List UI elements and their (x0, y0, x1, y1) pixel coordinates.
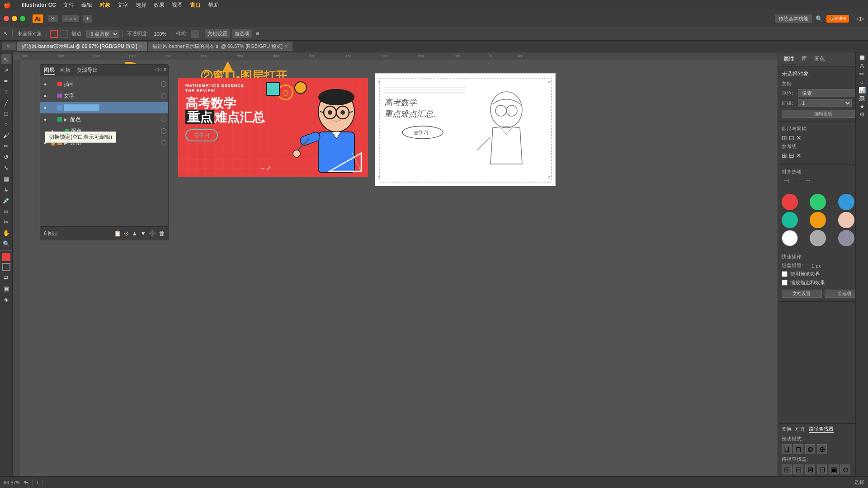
layer-item-colors-expanded[interactable]: ● ▶ 配色 (40, 113, 168, 125)
direct-select-tool[interactable]: ↗ (1, 65, 11, 75)
layer-expand-icon-original[interactable]: ▶ (64, 141, 67, 145)
zoom-tool[interactable]: 🔍 (1, 239, 11, 249)
pf-minus-back-btn[interactable]: ⊖ (840, 465, 850, 474)
doc-settings-toolbar-btn[interactable]: 文档设置 (205, 29, 230, 38)
select-tool-icon[interactable]: ↖ (2, 30, 9, 38)
layer-eye-colors1[interactable]: ● (42, 116, 48, 122)
rp-icon-settings[interactable]: ⚙ (859, 111, 865, 118)
pf-merge-btn[interactable]: ⊠ (805, 465, 815, 474)
shape-intersect-btn[interactable]: ⊗ (805, 444, 815, 454)
tab-close-icon-0[interactable]: ✕ (6, 44, 10, 49)
close-button[interactable] (4, 16, 9, 21)
menu-type[interactable]: 文字 (118, 1, 128, 9)
layer-delete-icon[interactable]: 🗑 (159, 230, 165, 237)
layer-lock-text[interactable] (50, 93, 56, 99)
layer-item-text[interactable]: ● 文字 (40, 90, 168, 102)
rp-align-right[interactable]: ⊣ (803, 177, 812, 184)
menu-effect[interactable]: 效果 (154, 1, 165, 9)
tab-1-close[interactable]: ✕ (139, 44, 142, 49)
panel-tab-assets[interactable]: 资源导出 (76, 66, 98, 74)
rp-bottom-tab-align[interactable]: 对齐 (795, 426, 805, 433)
layer-lock-editing[interactable] (50, 105, 56, 110)
btn-fly[interactable]: ✈ (83, 15, 92, 23)
rp-icon-properties[interactable]: 🔲 (859, 54, 866, 61)
hand-tool[interactable]: ✋ (1, 228, 11, 238)
minimize-button[interactable] (12, 16, 17, 21)
tab-2-close[interactable]: ✕ (284, 44, 288, 49)
maximize-button[interactable] (20, 16, 25, 21)
stroke-color-btn[interactable] (2, 263, 10, 271)
menu-file[interactable]: 文件 (63, 1, 74, 9)
panel-toggle-icon[interactable]: ◁▷ (856, 15, 864, 22)
brush-tool[interactable]: 🖌 (1, 130, 11, 140)
menu-select[interactable]: 选择 (136, 1, 146, 9)
layer-lock-illustration[interactable] (50, 81, 56, 87)
mesh-tool[interactable]: # (1, 184, 11, 194)
line-tool[interactable]: ╱ (1, 98, 11, 108)
ellipse-tool[interactable]: ○ (1, 119, 11, 129)
panel-menu-btn[interactable]: ≡ (164, 66, 166, 72)
swatch-gray[interactable] (810, 230, 826, 246)
layer-item-colors2[interactable]: ● 配色 (40, 125, 168, 137)
pen-tool[interactable]: ✒ (1, 76, 11, 86)
layer-locate-icon[interactable]: ⊙ (124, 230, 129, 237)
pf-divide-btn[interactable]: ⊞ (782, 465, 792, 474)
type-tool[interactable]: T (1, 87, 11, 97)
swatch-green[interactable] (810, 194, 826, 210)
stroke-swatch[interactable] (60, 30, 68, 38)
rp-icon-effects[interactable]: ★ (859, 103, 865, 110)
layer-item-original[interactable]: ● 🔒 ▶ 原图 (40, 137, 168, 149)
shape-unite-btn[interactable]: ⊔ (782, 444, 792, 454)
layer-eye-colors2[interactable]: ● (49, 128, 56, 134)
rect-tool[interactable]: □ (1, 108, 11, 118)
rp-icon-pen[interactable]: ○ (860, 79, 864, 85)
layer-up-icon[interactable]: ▲ (132, 230, 137, 237)
rp-ref-icon-2[interactable]: ⊟ (789, 152, 794, 159)
layer-lock-colors2[interactable] (57, 128, 63, 134)
menu-view[interactable]: 视图 (172, 1, 183, 9)
rp-tab-properties[interactable]: 属性 (782, 54, 796, 64)
btn-st[interactable]: St (48, 15, 58, 22)
fill-swatch[interactable] (50, 30, 58, 38)
menu-object[interactable]: 对象 (99, 1, 110, 9)
swatch-peach[interactable] (838, 212, 854, 228)
layer-eye-original[interactable]: ● (42, 140, 48, 146)
swatch-blue-gray[interactable] (838, 230, 854, 246)
change-screen-mode[interactable]: ▣ (1, 283, 11, 293)
layer-lock-original[interactable]: 🔒 (50, 140, 56, 145)
banner-btn[interactable]: 去学习 (185, 129, 218, 141)
layer-expand-icon-1[interactable]: ▶ (64, 117, 67, 122)
layer-item-editing[interactable]: ● (40, 102, 168, 113)
rp-artboard-select[interactable]: 1 (798, 99, 852, 107)
rp-scale-checkbox[interactable] (782, 280, 788, 286)
apple-menu[interactable]: 🍎 (4, 2, 11, 9)
rp-bottom-tab-transform[interactable]: 变换 (782, 426, 792, 433)
rp-doc-settings-btn[interactable]: 文档设置 (782, 290, 822, 298)
rp-align-center[interactable]: ⊢ (793, 177, 802, 184)
swatch-orange[interactable] (810, 212, 826, 228)
menu-edit[interactable]: 编辑 (81, 1, 92, 9)
rp-ref-icon-3[interactable]: ✕ (796, 152, 802, 159)
layer-down-icon[interactable]: ▼ (140, 230, 146, 237)
rp-align-left[interactable]: ⊣ (782, 177, 791, 184)
layer-item-illustration[interactable]: ● 插画 (40, 78, 168, 90)
swatch-red[interactable] (782, 194, 798, 210)
rp-ref-icon-1[interactable]: ⊞ (782, 152, 787, 159)
panel-tab-layers[interactable]: 图层 (44, 66, 55, 75)
rp-snap-checkbox[interactable] (782, 271, 788, 277)
panel-tab-artboards[interactable]: 画板 (60, 66, 71, 74)
rp-bottom-tab-pathfinder[interactable]: 路径查找器 (809, 426, 834, 433)
style-swatch[interactable] (191, 30, 199, 38)
layer-name-editing-input[interactable] (64, 104, 100, 111)
scale-tool[interactable]: ⤡ (1, 163, 11, 173)
layer-eye-illustration[interactable]: ● (42, 81, 48, 87)
tab-close-0[interactable]: ✕ (2, 42, 16, 50)
preferences-toolbar-btn[interactable]: 首选项 (232, 29, 252, 38)
tab-2[interactable]: 描边风-banner演示稿的副本.ai @ 66.67% [RGB/GPU 预览… (148, 42, 292, 51)
pencil-tool[interactable]: ✏ (1, 141, 11, 151)
blend-tool[interactable]: ∞ (1, 206, 11, 216)
layer-eye-text[interactable]: ● (42, 93, 48, 99)
swap-colors-icon[interactable]: ⇄ (1, 272, 11, 282)
menu-window[interactable]: 窗口 (190, 1, 201, 9)
swatch-white[interactable] (782, 230, 798, 246)
